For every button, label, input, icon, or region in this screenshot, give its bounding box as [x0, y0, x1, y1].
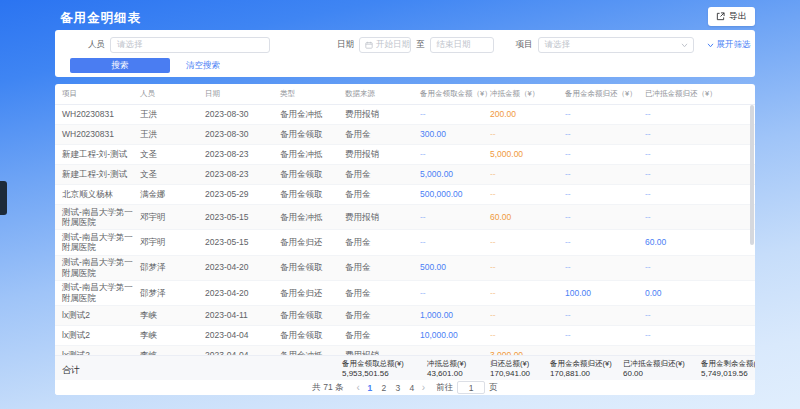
export-icon: [716, 12, 725, 21]
cell-date: 2023-08-30: [205, 108, 280, 122]
cell-date: 2023-04-20: [205, 286, 280, 300]
cell-person: 李峡: [140, 309, 205, 323]
prev-page-button[interactable]: ‹: [357, 383, 360, 393]
project-select[interactable]: 请选择: [538, 37, 694, 53]
cell-date: 2023-04-20: [205, 261, 280, 275]
filter-row: 人员 请选择 日期 开始日期 至 结束日期 项目 请选择 展开筛选: [55, 30, 755, 53]
column-header: 备用金余额归还（¥）: [565, 89, 645, 99]
cell-date: 2023-08-30: [205, 128, 280, 142]
summary-item: 归还总额(¥)170,941.00: [490, 359, 550, 379]
expand-filter-link[interactable]: 展开筛选: [707, 39, 751, 51]
table-row: 新建工程-刘-测试文圣2023-08-23备用金领取备用金5,000.00---…: [55, 165, 755, 185]
goto-page-input[interactable]: [457, 381, 485, 394]
page-number-list: 1234: [363, 383, 419, 393]
cell-person: 邓宇明: [140, 210, 205, 224]
page-title: 备用金明细表: [60, 10, 141, 27]
page-number-3[interactable]: 3: [391, 383, 405, 393]
table-row: lx测试2李峡2023-04-04备用金领取备用金10,000.00------: [55, 326, 755, 346]
cell-amount: --: [420, 108, 490, 122]
scrollbar-thumb[interactable]: [750, 105, 754, 245]
summary-item: 已冲抵金额归还(¥)60.00: [623, 359, 701, 379]
page-number-1[interactable]: 1: [363, 383, 377, 393]
cell-offset_return: --: [645, 329, 755, 343]
cell-type: 备用金领取: [280, 168, 345, 182]
cell-offset: --: [490, 168, 565, 182]
cell-project: 测试-南昌大学第一附属医院: [62, 205, 140, 229]
cell-amount: --: [420, 210, 490, 224]
page-unit-label: 页: [489, 382, 498, 394]
cell-source: 费用报销: [345, 108, 420, 122]
column-header: 类型: [280, 89, 345, 99]
page-number-4[interactable]: 4: [405, 383, 419, 393]
cell-source: 备用金: [345, 188, 420, 202]
table-scrollbar[interactable]: [750, 105, 754, 355]
drawer-handle[interactable]: [0, 181, 7, 215]
cell-person: 李峡: [140, 329, 205, 343]
summary-columns: 备用金领取总额(¥)5,953,501.56冲抵总额(¥)43,601.00归还…: [342, 359, 755, 379]
cell-person: 邵梦泽: [140, 261, 205, 275]
cell-offset: --: [490, 261, 565, 275]
export-button-label: 导出: [729, 10, 747, 23]
cell-source: 备用金: [345, 309, 420, 323]
cell-project: 新建工程-刘-测试: [62, 168, 140, 182]
cell-date: 2023-05-15: [205, 236, 280, 250]
cell-date: 2023-04-11: [205, 309, 280, 323]
cell-type: 备用金冲抵: [280, 210, 345, 224]
cell-balance_return: --: [565, 188, 645, 202]
cell-person: 王洪: [140, 128, 205, 142]
cell-source: 备用金: [345, 286, 420, 300]
cell-date: 2023-04-04: [205, 329, 280, 343]
cell-source: 备用金: [345, 329, 420, 343]
pagination-total: 共 71 条: [312, 382, 343, 394]
summary-item: 备用金剩余金额(¥)5,749,019.56: [701, 359, 755, 379]
summary-total-label: 合计: [62, 364, 80, 377]
calendar-icon: [365, 41, 373, 49]
summary-row: 合计 备用金领取总额(¥)5,953,501.56冲抵总额(¥)43,601.0…: [55, 355, 755, 381]
date-range-separator: 至: [416, 39, 425, 51]
expand-chevron-icon: [707, 43, 714, 48]
cell-offset: 200.00: [490, 108, 565, 122]
clear-search-link[interactable]: 清空搜索: [186, 60, 220, 72]
cell-balance_return: 100.00: [565, 286, 645, 300]
search-button[interactable]: 搜索: [70, 58, 170, 73]
cell-person: 文圣: [140, 148, 205, 162]
cell-date: 2023-08-23: [205, 148, 280, 162]
person-select[interactable]: 请选择: [110, 37, 270, 53]
column-header: 人员: [140, 89, 205, 99]
cell-source: 备用金: [345, 261, 420, 275]
table-row: 测试-南昌大学第一附属医院邓宇明2023-05-15备用金冲抵费用报销--60.…: [55, 205, 755, 230]
date-end-input[interactable]: 结束日期: [430, 37, 494, 53]
chevron-down-icon: [681, 43, 688, 48]
next-page-button[interactable]: ›: [422, 383, 425, 393]
cell-balance_return: --: [565, 261, 645, 275]
cell-balance_return: --: [565, 309, 645, 323]
cell-balance_return: --: [565, 329, 645, 343]
page-number-2[interactable]: 2: [377, 383, 391, 393]
table-body: WH20230831王洪2023-08-30备用金冲抵费用报销--200.00-…: [55, 105, 755, 355]
cell-offset_return: --: [645, 261, 755, 275]
cell-offset_return: --: [645, 168, 755, 182]
cell-offset_return: --: [645, 108, 755, 122]
cell-amount: 300.00: [420, 128, 490, 142]
cell-amount: --: [420, 148, 490, 162]
cell-type: 备用金领取: [280, 329, 345, 343]
date-end-placeholder: 结束日期: [431, 39, 471, 51]
cell-offset_return: --: [645, 309, 755, 323]
cell-offset: --: [490, 236, 565, 250]
column-header: 冲抵金额（¥）: [490, 89, 565, 99]
summary-item: 备用金领取总额(¥)5,953,501.56: [342, 359, 427, 379]
column-header: 已冲抵金额归还（¥）: [645, 89, 755, 99]
cell-balance_return: --: [565, 108, 645, 122]
cell-balance_return: --: [565, 236, 645, 250]
reserve-fund-table-card: 项目人员日期类型数据来源备用金领取金额（¥）冲抵金额（¥）备用金余额归还（¥）已…: [55, 84, 755, 395]
cell-offset_return: --: [645, 148, 755, 162]
cell-type: 备用金归还: [280, 286, 345, 300]
export-button[interactable]: 导出: [708, 7, 755, 26]
cell-project: WH20230831: [62, 108, 140, 122]
filter-panel: 人员 请选择 日期 开始日期 至 结束日期 项目 请选择 展开筛选: [55, 30, 755, 77]
cell-offset: --: [490, 286, 565, 300]
cell-project: 测试-南昌大学第一附属医院: [62, 230, 140, 254]
date-start-input[interactable]: 开始日期: [359, 37, 411, 53]
cell-type: 备用金领取: [280, 309, 345, 323]
column-header: 日期: [205, 89, 280, 99]
